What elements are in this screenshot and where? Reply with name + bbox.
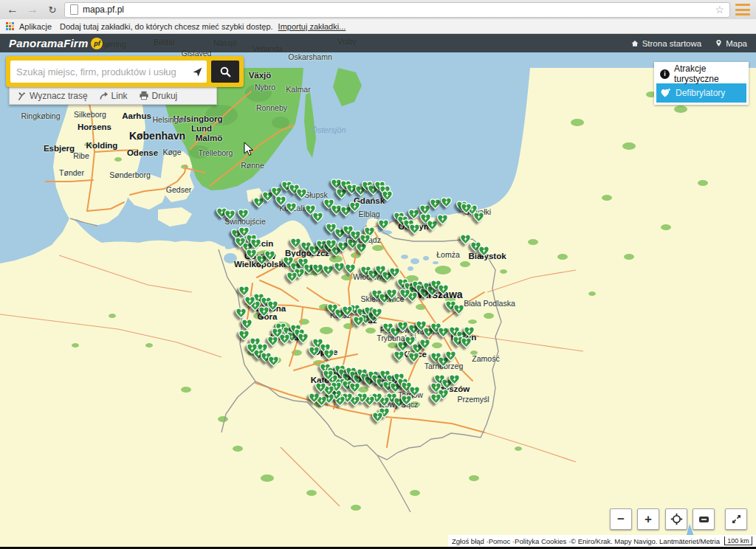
apps-label[interactable]: Aplikacje bbox=[19, 22, 52, 31]
route-icon bbox=[17, 91, 27, 100]
report-error-link[interactable]: Zgłoś błąd bbox=[452, 537, 489, 545]
layer-defibrylatory[interactable]: Defibrylatory bbox=[656, 83, 746, 103]
panoramafirm-logo[interactable]: PanoramaFirm pf bbox=[9, 37, 103, 49]
bookmark-star-icon[interactable]: ☆ bbox=[715, 4, 724, 15]
minus-icon: − bbox=[617, 512, 625, 527]
measure-icon bbox=[699, 517, 709, 522]
bookmarks-bar: Aplikacje Dodaj tutaj zakładki, do który… bbox=[0, 19, 756, 34]
cookies-link[interactable]: Polityka Cookies bbox=[515, 537, 571, 545]
map-attribution-bar: Zgłoś błąd Pomoc Polityka Cookies © Enir… bbox=[448, 535, 756, 547]
search-button[interactable] bbox=[211, 61, 239, 83]
scale-bar: 100 km bbox=[724, 536, 752, 545]
locate-button[interactable] bbox=[665, 508, 687, 530]
link-button[interactable]: Link bbox=[99, 91, 128, 101]
nav-mapa[interactable]: Mapa bbox=[715, 38, 747, 48]
share-icon bbox=[99, 91, 109, 100]
reload-button[interactable]: ↻ bbox=[44, 1, 61, 18]
crosshair-icon bbox=[670, 513, 683, 525]
zoom-out-button[interactable]: − bbox=[610, 508, 632, 530]
apps-grid-icon[interactable] bbox=[6, 22, 14, 30]
search-input[interactable] bbox=[10, 66, 188, 77]
print-button[interactable]: Drukuj bbox=[139, 91, 178, 101]
pf-badge-icon: pf bbox=[91, 38, 103, 49]
map-canvas[interactable] bbox=[0, 34, 756, 549]
help-link[interactable]: Pomoc bbox=[489, 537, 515, 545]
plus-icon: + bbox=[645, 512, 652, 527]
attribution-text: © Eniro/Krak. Mapy Navigo. Lantmäteriet/… bbox=[571, 537, 720, 545]
page-icon bbox=[70, 4, 78, 15]
fullscreen-icon bbox=[731, 514, 742, 525]
search-widget bbox=[6, 56, 244, 87]
route-button[interactable]: Wyznacz trasę bbox=[17, 91, 88, 101]
defib-heart-icon bbox=[660, 88, 671, 98]
scale-toggle-button[interactable] bbox=[693, 508, 715, 530]
layers-panel: i Atrakcje turystyczne Defibrylatory bbox=[654, 62, 749, 105]
magnifier-icon bbox=[219, 66, 232, 78]
url-text: mapa.pf.pl bbox=[83, 4, 124, 15]
pin-icon bbox=[715, 38, 723, 48]
site-header: PanoramaFirm pf Strona startowa Mapa bbox=[0, 34, 756, 52]
bookmarks-hint: Dodaj tutaj zakładki, do których chcesz … bbox=[60, 22, 273, 31]
back-button[interactable]: ← bbox=[4, 1, 21, 18]
search-field[interactable] bbox=[10, 61, 207, 83]
layer-atrakcje-turystyczne[interactable]: i Atrakcje turystyczne bbox=[656, 64, 746, 83]
fullscreen-button[interactable] bbox=[725, 508, 747, 530]
print-icon bbox=[139, 91, 149, 100]
info-icon: i bbox=[660, 69, 670, 79]
locate-me-icon[interactable] bbox=[188, 61, 207, 83]
address-bar[interactable]: mapa.pf.pl ☆ bbox=[64, 2, 730, 18]
browser-toolbar: ← → ↻ mapa.pf.pl ☆ bbox=[0, 0, 756, 20]
forward-button[interactable]: → bbox=[24, 1, 41, 18]
browser-menu-icon[interactable] bbox=[734, 3, 752, 16]
home-icon bbox=[630, 39, 639, 48]
zoom-in-button[interactable]: + bbox=[637, 508, 659, 530]
map-tools-bar: Wyznacz trasę Link Drukuj bbox=[9, 87, 217, 105]
import-bookmarks-link[interactable]: Importuj zakładki... bbox=[278, 22, 346, 31]
map-controls: − + bbox=[610, 508, 747, 530]
nav-strona-startowa[interactable]: Strona startowa bbox=[630, 38, 702, 48]
